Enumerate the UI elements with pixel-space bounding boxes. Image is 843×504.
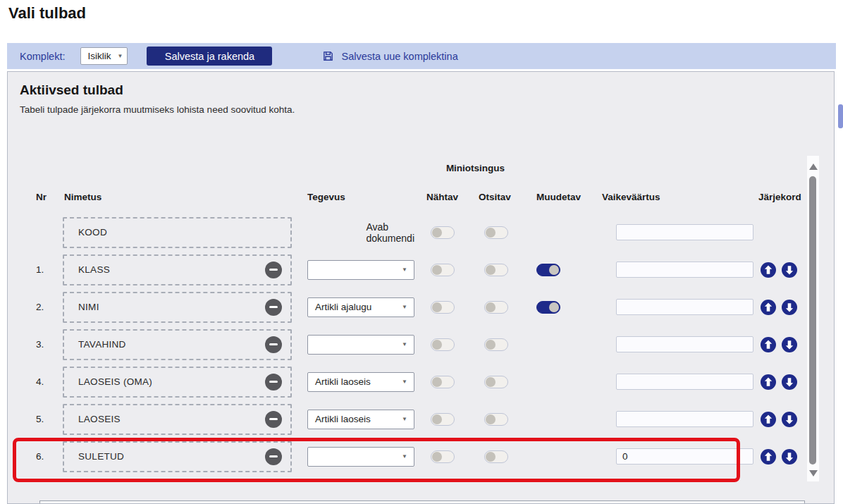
otsitav-toggle[interactable] (484, 450, 508, 463)
table-row: 1. KLASS ▼ (22, 251, 834, 288)
chevron-down-icon: ▼ (402, 342, 407, 348)
move-down-button[interactable] (782, 337, 797, 352)
remove-column-button[interactable] (265, 336, 282, 353)
tegevus-select[interactable]: Artikli laoseis ▼ (307, 410, 414, 429)
save-icon (322, 50, 334, 62)
chevron-down-icon: ▼ (402, 379, 407, 385)
otsitav-toggle[interactable] (484, 301, 508, 314)
column-drag-box[interactable]: TAVAHIND (63, 329, 292, 360)
move-up-button[interactable] (761, 412, 776, 427)
next-section-box (39, 500, 805, 504)
column-name: TAVAHIND (78, 339, 126, 350)
tegevus-select-value: Artikli laoseis (315, 376, 371, 387)
scroll-up-arrow-icon[interactable] (809, 164, 818, 170)
nahtav-toggle[interactable] (431, 264, 455, 276)
remove-column-button[interactable] (265, 262, 282, 278)
table-row: KOOD ▼ Avab dokumendi (22, 214, 834, 251)
otsitav-toggle[interactable] (484, 376, 508, 388)
toggle-knob (486, 414, 496, 424)
scrollbar[interactable] (807, 156, 819, 481)
move-down-button[interactable] (782, 300, 797, 315)
toggle-knob (486, 377, 496, 387)
move-up-button[interactable] (761, 449, 776, 465)
remove-column-button[interactable] (265, 374, 282, 391)
row-number: 3. (22, 339, 63, 350)
chevron-down-icon: ▼ (402, 305, 407, 310)
save-as-new-set-label: Salvesta uue komplektina (341, 51, 457, 62)
default-value-input[interactable] (616, 448, 753, 465)
muudetav-toggle[interactable] (536, 264, 560, 276)
move-down-button[interactable] (782, 262, 797, 278)
default-value-input[interactable] (616, 336, 753, 352)
column-drag-box[interactable]: KLASS (63, 254, 292, 285)
table-row: 5. LAOSEIS Artikli laoseis ▼ (22, 400, 834, 438)
remove-column-button[interactable] (265, 299, 282, 316)
toggle-knob (432, 228, 442, 238)
tegevus-select-value: Artikli laoseis (315, 414, 371, 424)
move-down-button[interactable] (782, 412, 797, 427)
tegevus-select[interactable]: ▼ (307, 335, 414, 355)
remove-column-button[interactable] (265, 448, 282, 465)
scrollbar-thumb[interactable] (809, 176, 816, 465)
save-and-apply-button[interactable]: Salvesta ja rakenda (147, 47, 272, 66)
toggle-knob (432, 377, 442, 387)
remove-column-button[interactable] (265, 411, 282, 428)
tegevus-select[interactable]: Artikli laoseis ▼ (307, 372, 414, 392)
otsitav-toggle[interactable] (484, 338, 508, 351)
minus-icon (269, 418, 278, 421)
column-name: LAOSEIS (78, 414, 121, 424)
table-row: 4. LAOSEIS (OMA) Artikli laoseis ▼ (22, 363, 834, 400)
row-number: 1. (22, 264, 63, 275)
default-value-input[interactable] (616, 411, 753, 427)
default-value-input[interactable] (616, 262, 753, 278)
page-title: Vali tulbad (8, 4, 86, 23)
save-as-new-set-button[interactable]: Salvesta uue komplektina (322, 50, 457, 62)
section-subtitle: Tabeli tulpade järjekorra muutmiseks loh… (20, 104, 834, 115)
tegevus-select[interactable]: ▼ (307, 447, 414, 467)
chevron-down-icon: ▼ (402, 454, 407, 460)
row-number: 2. (22, 302, 63, 312)
move-down-button[interactable] (782, 374, 797, 390)
otsitav-toggle[interactable] (484, 226, 508, 239)
header-nahtav: Nähtav (414, 192, 479, 202)
nahtav-toggle[interactable] (431, 450, 455, 463)
nahtav-toggle[interactable] (431, 413, 455, 426)
tegevus-select[interactable]: ▼ (307, 260, 414, 280)
default-value-input[interactable] (616, 224, 753, 240)
table-header-row: Nr Nimetus Tegevus Nähtav Otsitav Muudet… (22, 192, 834, 202)
default-value-input[interactable] (616, 299, 753, 315)
komplekt-label: Komplekt: (20, 51, 65, 62)
header-otsitav: Otsitav (479, 192, 536, 202)
nahtav-toggle[interactable] (431, 226, 455, 239)
column-drag-box[interactable]: NIMI (63, 292, 292, 323)
row-number: 4. (22, 376, 63, 387)
toggle-knob (486, 265, 496, 275)
nahtav-toggle[interactable] (431, 301, 455, 314)
nahtav-toggle[interactable] (431, 376, 455, 388)
toggle-knob (549, 302, 559, 312)
scroll-down-arrow-icon[interactable] (809, 470, 818, 477)
column-drag-box[interactable]: KOOD (63, 217, 292, 248)
muudetav-toggle[interactable] (536, 301, 560, 314)
column-drag-box[interactable]: SULETUD (63, 441, 292, 472)
nahtav-toggle[interactable] (431, 338, 455, 351)
column-drag-box[interactable]: LAOSEIS (OMA) (63, 367, 292, 398)
komplekt-select[interactable]: Isiklik ▼ (80, 47, 128, 65)
section-title: Aktiivsed tulbad (20, 82, 834, 98)
move-up-button[interactable] (761, 262, 776, 278)
otsitav-toggle[interactable] (484, 264, 508, 276)
move-up-button[interactable] (761, 300, 776, 315)
minus-icon (269, 269, 278, 271)
move-up-button[interactable] (761, 374, 776, 390)
table-row: 2. NIMI Artikli ajalugu ▼ (22, 288, 834, 326)
page-scrollbar-thumb[interactable] (838, 104, 843, 128)
table-rows: KOOD ▼ Avab dokumendi 1. KLASS (8, 214, 834, 475)
tegevus-select[interactable]: Artikli ajalugu ▼ (307, 297, 414, 317)
column-drag-box[interactable]: LAOSEIS (63, 404, 292, 435)
default-value-input[interactable] (616, 374, 753, 390)
move-up-button[interactable] (761, 337, 776, 352)
move-down-button[interactable] (782, 449, 797, 465)
column-name: KLASS (78, 264, 110, 275)
miniotsingus-group-header: Miniotsingus (414, 163, 536, 173)
otsitav-toggle[interactable] (484, 413, 508, 426)
